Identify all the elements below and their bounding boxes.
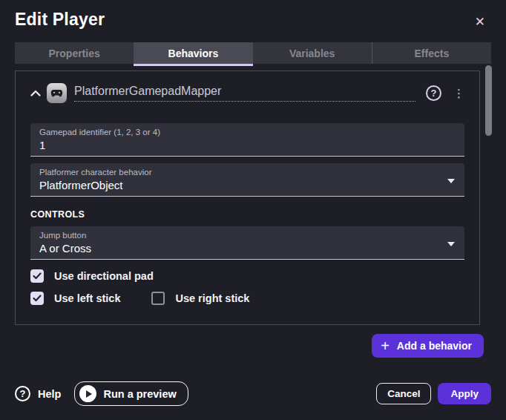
apply-button[interactable]: Apply xyxy=(438,383,491,404)
dialog-footer: ? Help Run a preview Cancel Apply xyxy=(15,381,491,406)
jump-button-label: Jump button xyxy=(39,231,456,240)
behavior-menu-icon[interactable]: ⋮ xyxy=(449,87,469,100)
behavior-accordion-header: PlatformerGamepadMapper ? ⋮ xyxy=(16,71,479,103)
gamepad-identifier-label: Gamepad identifier (1, 2, 3 or 4) xyxy=(39,128,456,137)
checkbox-unchecked-icon xyxy=(151,292,165,305)
checkbox-row: Use directional pad xyxy=(30,269,464,283)
checkbox-row: Use left stick Use right stick xyxy=(30,292,464,305)
use-left-stick-checkbox[interactable]: Use left stick xyxy=(30,292,120,305)
checkbox-label: Use left stick xyxy=(54,292,120,304)
behaviors-list-panel: PlatformerGamepadMapper ? ⋮ Gamepad iden… xyxy=(15,70,480,325)
controls-section-header: CONTROLS xyxy=(30,209,464,220)
checkbox-label: Use right stick xyxy=(175,292,249,304)
add-behavior-button[interactable]: + Add a behavior xyxy=(372,334,484,358)
run-preview-label: Run a preview xyxy=(103,388,176,400)
help-button[interactable]: ? Help xyxy=(15,386,61,401)
close-icon[interactable]: ✕ xyxy=(469,10,491,34)
gamepad-icon xyxy=(47,83,67,103)
behavior-help-icon[interactable]: ? xyxy=(426,85,441,101)
cancel-button[interactable]: Cancel xyxy=(376,383,431,404)
tab-effects[interactable]: Effects xyxy=(372,42,491,64)
character-behavior-select[interactable]: Platformer character behavior Platformer… xyxy=(30,163,464,197)
tab-bar: Properties Behaviors Variables Effects xyxy=(15,42,491,64)
collapse-chevron-icon[interactable] xyxy=(28,86,43,101)
jump-button-select[interactable]: Jump button A or Cross xyxy=(30,226,464,260)
dialog-header: Edit Player ✕ xyxy=(0,0,506,34)
checkbox-checked-icon xyxy=(30,269,44,283)
character-behavior-label: Platformer character behavior xyxy=(39,168,456,177)
tab-variables[interactable]: Variables xyxy=(253,42,372,64)
plus-icon: + xyxy=(381,338,390,353)
chevron-down-icon xyxy=(447,179,455,183)
vertical-scrollbar[interactable] xyxy=(485,65,492,136)
tab-properties[interactable]: Properties xyxy=(15,42,134,64)
help-label: Help xyxy=(38,388,61,400)
use-directional-pad-checkbox[interactable]: Use directional pad xyxy=(30,269,154,283)
gamepad-identifier-field[interactable]: Gamepad identifier (1, 2, 3 or 4) 1 xyxy=(30,123,464,157)
checkbox-label: Use directional pad xyxy=(54,270,154,282)
chevron-down-icon xyxy=(447,242,455,246)
dialog-title: Edit Player xyxy=(15,10,105,30)
play-icon xyxy=(79,385,96,402)
add-behavior-label: Add a behavior xyxy=(397,340,472,352)
checkbox-checked-icon xyxy=(30,292,44,305)
gamepad-identifier-value: 1 xyxy=(39,139,456,151)
help-icon: ? xyxy=(15,386,30,401)
use-right-stick-checkbox[interactable]: Use right stick xyxy=(151,292,249,305)
behavior-name-field[interactable]: PlatformerGamepadMapper xyxy=(74,85,415,102)
jump-button-value: A or Cross xyxy=(39,242,456,255)
tab-behaviors[interactable]: Behaviors xyxy=(134,42,252,64)
character-behavior-value: PlatformerObject xyxy=(39,179,456,191)
run-preview-button[interactable]: Run a preview xyxy=(74,381,188,406)
